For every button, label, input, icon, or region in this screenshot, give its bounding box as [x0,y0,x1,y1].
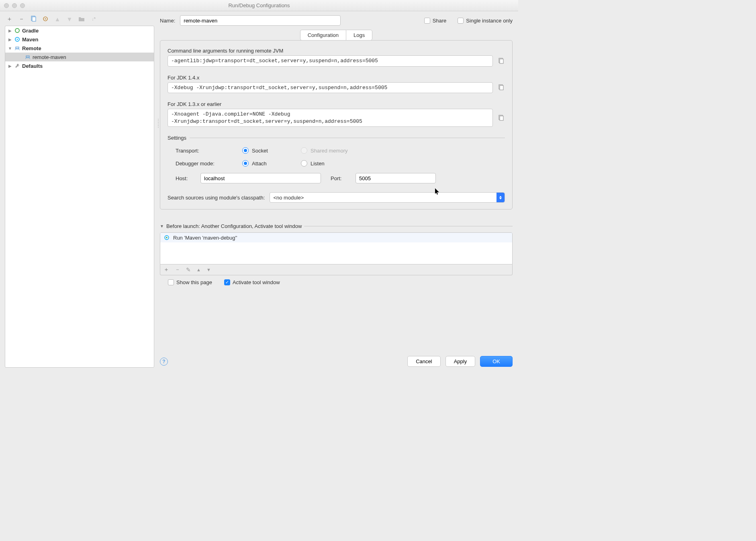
svg-point-4 [15,28,19,33]
svg-rect-14 [500,116,503,120]
cmd-args-label: Command line arguments for running remot… [168,48,505,54]
before-launch-header: Before launch: Another Configuration, Ac… [166,223,302,229]
share-checkbox[interactable]: Share [424,18,447,24]
before-launch-toolbar: ＋ － ✎ ▲ ▼ [160,264,513,275]
before-launch-task[interactable]: Run 'Maven 'maven-debug'' [160,233,512,242]
panel-gripper-icon[interactable] [158,119,160,131]
remove-icon[interactable]: － [18,15,25,22]
name-input[interactable] [180,15,341,26]
move-up-icon: ▲ [54,15,61,22]
titlebar: Run/Debug Configurations [0,0,518,11]
chevron-updown-icon [497,193,505,202]
name-label: Name: [160,18,175,24]
ok-button[interactable]: OK [480,356,513,367]
remote-icon [25,54,31,60]
svg-rect-12 [500,85,503,90]
show-this-page-checkbox[interactable]: Show this page [168,279,212,285]
configuration-tree[interactable]: ▶ Gradle ▶ Maven ▼ Remote remote-maven ▶ [5,26,154,368]
config-tabs: Configuration Logs [160,30,513,41]
collapse-icon[interactable]: ▼ [160,224,164,228]
debugger-listen-radio[interactable]: Listen [301,160,349,167]
svg-point-3 [45,18,46,20]
tree-node-gradle[interactable]: ▶ Gradle [5,26,154,35]
move-down-icon: ▼ [66,15,73,22]
host-input[interactable] [200,173,321,183]
edit-icon: ✎ [186,266,191,273]
apply-button[interactable]: Apply [445,356,476,367]
jdk13-field[interactable]: -Xnoagent -Djava.compiler=NONE -Xdebug -… [168,109,493,127]
copy-icon[interactable] [497,57,505,65]
jdk13-label: For JDK 1.3.x or earlier [168,101,505,107]
folder-icon[interactable] [78,15,85,22]
wrench-icon [14,63,20,69]
debugger-mode-label: Debugger mode: [176,161,232,167]
tree-toolbar: ＋ － ▲ ▼ ↓ª [5,14,154,26]
settings-header: Settings [168,135,186,141]
move-up-icon: ▲ [196,267,201,272]
svg-rect-10 [500,59,503,63]
copy-icon[interactable] [30,15,37,22]
tree-node-maven[interactable]: ▶ Maven [5,35,154,44]
add-icon[interactable]: ＋ [163,266,169,273]
before-launch-list[interactable]: Run 'Maven 'maven-debug'' [160,232,513,264]
activate-tool-window-checkbox[interactable]: ✓Activate tool window [224,279,280,285]
svg-point-6 [17,39,18,40]
gradle-icon [14,27,20,34]
settings-icon[interactable] [42,15,49,22]
tab-configuration[interactable]: Configuration [300,30,346,41]
cancel-button[interactable]: Cancel [407,356,440,367]
jdk14-field[interactable]: -Xdebug -Xrunjdwp:transport=dt_socket,se… [168,82,493,94]
copy-icon[interactable] [497,114,505,122]
tree-node-remote[interactable]: ▼ Remote [5,44,154,53]
module-classpath-label: Search sources using module's classpath: [168,195,265,201]
port-input[interactable] [356,173,436,183]
remove-icon: － [175,266,180,273]
gear-run-icon [163,234,170,241]
window-title: Run/Debug Configurations [0,2,518,8]
sort-icon[interactable]: ↓ª [90,15,97,22]
copy-icon[interactable] [497,83,505,92]
configuration-panel: Command line arguments for running remot… [160,40,513,209]
transport-socket-radio[interactable]: Socket [242,147,290,154]
remote-icon [14,45,20,51]
jdk14-label: For JDK 1.4.x [168,75,505,81]
help-icon[interactable]: ? [160,358,168,366]
host-label: Host: [176,175,196,181]
add-icon[interactable]: ＋ [6,15,13,22]
transport-label: Transport: [176,148,232,154]
transport-shared-radio: Shared memory [301,147,349,154]
svg-rect-1 [32,17,36,21]
tree-node-remote-maven[interactable]: remote-maven [5,53,154,61]
single-instance-checkbox[interactable]: Single instance only [458,18,513,24]
tab-logs[interactable]: Logs [346,30,372,41]
move-down-icon: ▼ [206,267,211,272]
cmd-args-field[interactable]: -agentlib:jdwp=transport=dt_socket,serve… [168,55,493,67]
debugger-attach-radio[interactable]: Attach [242,160,290,167]
tree-node-defaults[interactable]: ▶ Defaults [5,61,154,70]
port-label: Port: [331,175,351,181]
maven-icon [14,36,20,43]
module-classpath-select[interactable]: <no module> [270,192,505,203]
